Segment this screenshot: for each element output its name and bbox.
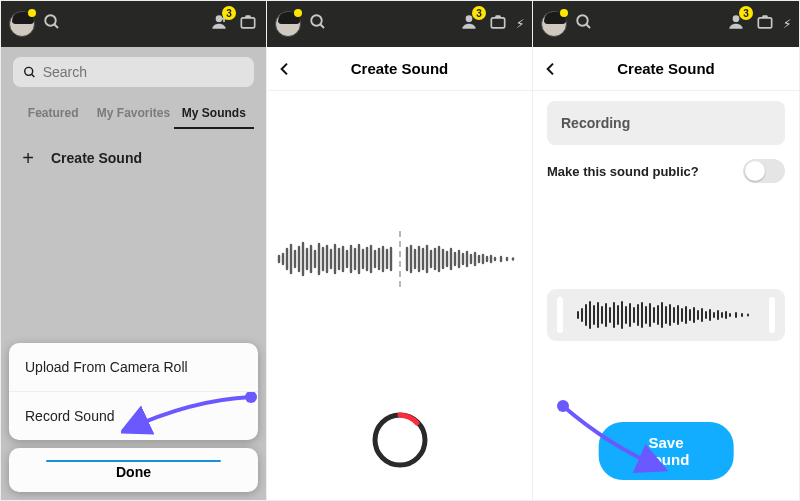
svg-point-6 xyxy=(25,67,33,75)
search-icon[interactable] xyxy=(43,13,61,35)
svg-point-9 xyxy=(311,15,322,26)
camera-topbar: 3 ⚡︎ xyxy=(267,1,532,47)
create-sound-row[interactable]: + Create Sound xyxy=(13,133,254,183)
recording-name-field[interactable]: Recording xyxy=(547,101,785,145)
svg-point-71 xyxy=(733,15,740,22)
panel-record-sound: 3 ⚡︎ Create Sound xyxy=(267,1,533,500)
notification-badge: 3 xyxy=(739,6,753,20)
add-friend-icon[interactable]: 3 xyxy=(725,12,747,36)
make-public-toggle[interactable] xyxy=(743,159,785,183)
sheet-upload-camera-roll[interactable]: Upload From Camera Roll xyxy=(9,343,258,392)
back-button[interactable] xyxy=(543,47,559,90)
trim-handle-left[interactable] xyxy=(557,297,563,333)
flip-camera-icon[interactable] xyxy=(488,12,508,36)
page-title: Create Sound xyxy=(351,60,449,77)
add-friend-icon[interactable]: 3 xyxy=(208,12,230,36)
three-panel-screenshot: 3 Featured My Favorites My Sounds + Crea… xyxy=(0,0,800,501)
waveform-preview xyxy=(267,231,532,287)
sheet-done-button[interactable]: Done xyxy=(9,448,258,492)
svg-line-7 xyxy=(32,74,35,77)
search-field[interactable] xyxy=(43,64,244,80)
panel-save-sound: 3 ⚡︎ Create Sound Recording Make this so… xyxy=(533,1,799,500)
panel-sounds-library: 3 Featured My Favorites My Sounds + Crea… xyxy=(1,1,267,500)
tab-my-favorites[interactable]: My Favorites xyxy=(93,99,173,129)
avatar[interactable] xyxy=(9,11,35,37)
record-button[interactable] xyxy=(370,410,430,470)
sound-tabs: Featured My Favorites My Sounds xyxy=(13,99,254,129)
svg-point-69 xyxy=(577,15,588,26)
svg-rect-5 xyxy=(241,18,254,28)
camera-topbar: 3 xyxy=(1,1,266,47)
page-header: Create Sound xyxy=(267,47,532,91)
flash-icon[interactable]: ⚡︎ xyxy=(783,17,791,31)
search-icon[interactable] xyxy=(309,13,327,35)
save-sound-button[interactable]: Save Sound xyxy=(599,422,734,480)
svg-rect-72 xyxy=(758,18,771,28)
tab-my-sounds[interactable]: My Sounds xyxy=(174,99,254,129)
waveform-right-icon xyxy=(405,237,523,281)
plus-icon: + xyxy=(17,147,39,169)
action-sheet: Upload From Camera Roll Record Sound Don… xyxy=(9,343,258,492)
tab-featured[interactable]: Featured xyxy=(13,99,93,129)
flip-camera-icon[interactable] xyxy=(238,12,258,36)
add-friend-icon[interactable]: 3 xyxy=(458,12,480,36)
svg-point-11 xyxy=(466,15,473,22)
svg-line-10 xyxy=(320,24,324,28)
sheet-record-sound[interactable]: Record Sound xyxy=(9,392,258,440)
svg-rect-12 xyxy=(491,18,504,28)
make-public-label: Make this sound public? xyxy=(547,164,699,179)
flip-camera-icon[interactable] xyxy=(755,12,775,36)
waveform-left-icon xyxy=(277,237,395,281)
svg-line-1 xyxy=(54,24,58,28)
page-header: Create Sound xyxy=(533,47,799,91)
page-title: Create Sound xyxy=(617,60,715,77)
search-input[interactable] xyxy=(13,57,254,87)
notification-badge: 3 xyxy=(222,6,236,20)
search-icon[interactable] xyxy=(575,13,593,35)
waveform-chip-icon xyxy=(576,297,756,333)
svg-line-70 xyxy=(586,24,590,28)
back-button[interactable] xyxy=(277,47,293,90)
flash-icon[interactable]: ⚡︎ xyxy=(516,17,524,31)
trim-handle-right[interactable] xyxy=(769,297,775,333)
notification-badge: 3 xyxy=(472,6,486,20)
avatar[interactable] xyxy=(541,11,567,37)
camera-topbar: 3 ⚡︎ xyxy=(533,1,799,47)
make-public-row: Make this sound public? xyxy=(547,145,785,189)
waveform-trim[interactable] xyxy=(547,289,785,341)
create-sound-label: Create Sound xyxy=(51,150,142,166)
avatar[interactable] xyxy=(275,11,301,37)
svg-point-0 xyxy=(45,15,56,26)
